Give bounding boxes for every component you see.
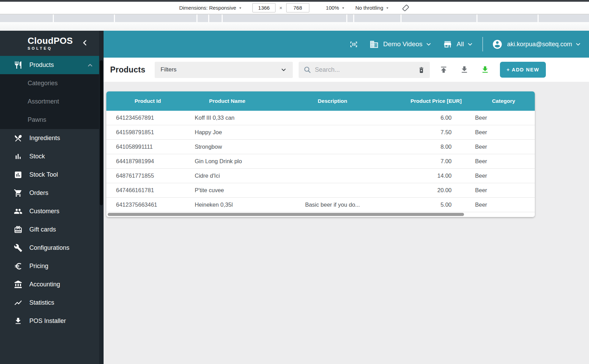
sidebar-item-label: Gift cards	[29, 226, 56, 233]
download-icon	[481, 65, 490, 74]
sidebar-subitem-assortment[interactable]: Assortment	[0, 92, 99, 111]
column-header-category[interactable]: Category	[472, 98, 535, 104]
sidebar-item-label: Products	[29, 61, 54, 69]
sidebar-item-pos-installer[interactable]: POS Installer	[0, 312, 99, 330]
company-selector-label: Demo Videos	[383, 40, 423, 48]
sidebar-collapse-button[interactable]	[81, 39, 89, 47]
sidebar-item-accounting[interactable]: Accounting	[0, 275, 99, 294]
viewport-top-gap	[0, 22, 589, 31]
table-row[interactable]: 6412375663461Heineken 0,35lBasic beer if…	[106, 198, 535, 212]
zoom-selector[interactable]: 100%	[326, 5, 346, 11]
sidebar-item-label: Pricing	[29, 263, 48, 270]
horizontal-scrollbar-thumb[interactable]	[108, 213, 464, 216]
sidebar-item-label: POS Installer	[29, 317, 66, 325]
company-selector[interactable]: Demo Videos	[369, 40, 432, 49]
chevron-down-icon	[280, 67, 287, 73]
sidebar-item-label: Stock	[29, 153, 45, 160]
throttling-selector[interactable]: No throttling	[355, 5, 390, 11]
store-selector[interactable]: All	[443, 40, 473, 49]
viewport-width-input[interactable]	[252, 3, 276, 12]
rotate-device-icon[interactable]	[402, 4, 410, 12]
cell-description: Basic beer if you do...	[265, 201, 400, 208]
sidebar-item-stock[interactable]: Stock	[0, 147, 99, 166]
table-row[interactable]: 648761771855Cidre d'Ici14.00Beer	[106, 169, 535, 183]
logo-subtitle: SOLTEQ	[28, 46, 73, 50]
user-email: aki.korpua@solteq.com	[507, 41, 572, 48]
sidebar-item-label: Configurations	[29, 244, 69, 252]
export-download-icon[interactable]	[481, 65, 490, 74]
column-header-product-id[interactable]: Product Id	[106, 98, 189, 104]
sidebar-item-label: Stock Tool	[29, 171, 58, 178]
cell-category: Beer	[472, 201, 535, 208]
upload-icon	[439, 65, 448, 74]
chevron-left-icon	[81, 39, 89, 47]
logo-title: CloudPOS	[28, 36, 73, 45]
download-icon[interactable]	[460, 65, 469, 74]
cell-id: 648761771855	[106, 173, 189, 179]
account-circle-icon	[492, 39, 503, 50]
filters-dropdown[interactable]: Filters	[155, 62, 293, 78]
account-circle-icon	[492, 39, 503, 50]
sidebar-item-gift-cards[interactable]: Gift cards	[0, 220, 99, 239]
column-header-product-name[interactable]: Product Name	[189, 98, 265, 104]
media-query-separator	[114, 14, 115, 22]
search-box	[299, 62, 430, 78]
media-query-separator	[208, 14, 209, 22]
sidebar-item-products[interactable]: Products	[0, 56, 99, 74]
cell-id: 6412375663461	[106, 201, 189, 208]
column-header-description[interactable]: Description	[265, 98, 400, 104]
main: Demo Videos All aki.korpua@solteq.com Pr…	[104, 31, 589, 364]
assessment-icon	[14, 170, 22, 179]
dropdown-caret-icon	[238, 6, 243, 10]
building-icon	[369, 40, 379, 49]
cell-name: P'tite cuvee	[189, 187, 265, 194]
dropdown-caret-icon	[341, 6, 346, 10]
clear-search-icon[interactable]	[418, 66, 425, 73]
cell-id: 641058991111	[106, 144, 189, 150]
viewport-height-input[interactable]	[286, 3, 309, 12]
sidebar-item-statistics[interactable]: Statistics	[0, 294, 99, 312]
upload-icon[interactable]	[439, 65, 448, 74]
sidebar-item-orders[interactable]: Orders	[0, 184, 99, 202]
search-icon	[303, 66, 311, 73]
rotate-device-icon	[402, 4, 410, 12]
cell-id: 641598791851	[106, 129, 189, 136]
cell-category: Beer	[472, 129, 535, 136]
chevron-down-icon	[280, 67, 287, 73]
add-new-button[interactable]: + ADD NEW	[500, 62, 546, 78]
sidebar-item-stock-tool[interactable]: Stock Tool	[0, 166, 99, 184]
search-input[interactable]	[315, 66, 414, 73]
chevron-down-icon	[575, 41, 581, 48]
barcode-icon[interactable]	[349, 40, 358, 49]
user-menu[interactable]: aki.korpua@solteq.com	[483, 39, 581, 50]
table-row[interactable]: 641234567891Koff III 0,33 can6.00Beer	[106, 111, 535, 125]
table-row[interactable]: 644187981994Gin Long Drink plo7.00Beer	[106, 154, 535, 169]
euro-icon	[14, 262, 22, 270]
table-row[interactable]: 641598791851Happy Joe7.50Beer	[106, 125, 535, 140]
dropdown-caret-icon	[385, 6, 390, 10]
cell-name: Strongbow	[189, 144, 265, 150]
sidebar-item-configurations[interactable]: Configurations	[0, 239, 99, 257]
cell-price: 6.00	[400, 115, 472, 121]
cell-name: Koff III 0,33 can	[189, 115, 265, 121]
horizontal-scrollbar-track[interactable]	[106, 212, 535, 217]
media-query-separator	[196, 14, 197, 22]
sidebar-subitem-categories[interactable]: Categories	[0, 74, 99, 92]
sidebar-item-pricing[interactable]: Pricing	[0, 257, 99, 275]
sidebar-item-ingredients[interactable]: Ingredients	[0, 129, 99, 147]
sidebar-scrollbar-thumb[interactable]	[100, 60, 103, 205]
sidebar-scrollbar-track[interactable]	[99, 31, 104, 364]
sidebar: CloudPOS SOLTEQ ProductsCategoriesAssort…	[0, 31, 104, 364]
column-header-product-price-eur[interactable]: Product Price [EUR]	[400, 98, 472, 104]
media-query-separator	[476, 14, 477, 22]
restaurant-icon	[14, 61, 22, 69]
sidebar-subitem-pawns[interactable]: Pawns	[0, 111, 99, 129]
table-row[interactable]: 647466161781P'tite cuvee20.00Beer	[106, 183, 535, 198]
chevron-down-icon	[425, 41, 432, 48]
table-row[interactable]: 641058991111Strongbow8.00Beer	[106, 140, 535, 154]
app: CloudPOS SOLTEQ ProductsCategoriesAssort…	[0, 31, 589, 364]
sidebar-item-customers[interactable]: Customers	[0, 202, 99, 220]
dimensions-selector[interactable]: Dimensions: Responsive	[179, 5, 243, 11]
cell-price: 5.00	[400, 201, 472, 208]
media-query-separator	[346, 14, 347, 22]
